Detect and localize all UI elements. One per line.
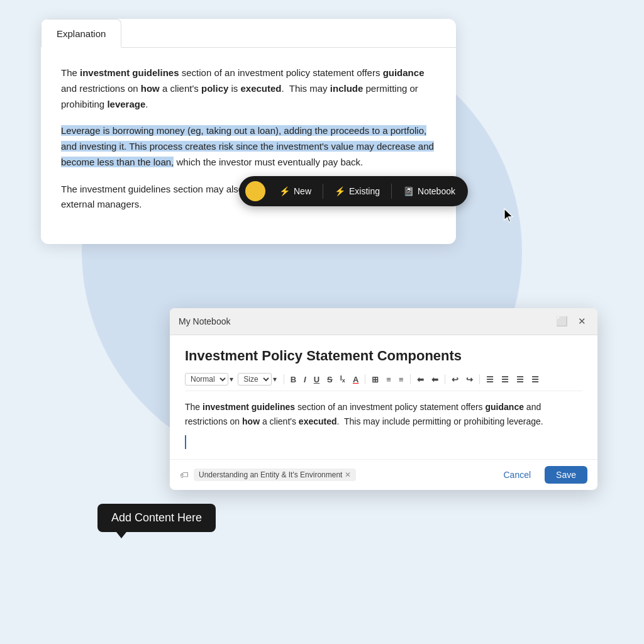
- notebook-panel: My Notebook ⬜ ✕ Investment Policy Statem…: [170, 308, 597, 490]
- divider-1: [323, 184, 323, 199]
- explanation-card: Explanation The investment guidelines se…: [41, 19, 456, 244]
- divider-2: [391, 184, 392, 199]
- notebook-button[interactable]: 📓 Notebook: [394, 182, 464, 200]
- card-content: The investment guidelines section of an …: [41, 48, 456, 244]
- notebook-icon: 📓: [403, 186, 414, 196]
- notebook-header-title: My Notebook: [179, 316, 230, 326]
- notebook-toolbar: Normal ▾ Size ▾ B I U S Ix A ⊞ ≡ ≡ ⬅ ⬅ ↩: [185, 373, 582, 391]
- tooltip-bar: ⚡ New ⚡ Existing 📓 Notebook: [239, 176, 468, 206]
- paragraph-1: The investment guidelines section of an …: [61, 65, 436, 112]
- justify-button[interactable]: ☰: [528, 374, 542, 386]
- new-button[interactable]: ⚡ New: [270, 182, 320, 200]
- mouse-cursor: [503, 208, 516, 224]
- tab-explanation[interactable]: Explanation: [41, 19, 121, 48]
- notebook-footer: 🏷 Understanding an Entity & It's Environ…: [170, 459, 597, 490]
- ordered-list-button[interactable]: ≡: [383, 374, 394, 386]
- clear-format-button[interactable]: Ix: [337, 373, 348, 385]
- cursor-line: [185, 435, 582, 449]
- tab-row: Explanation: [41, 19, 456, 48]
- notebook-header: My Notebook ⬜ ✕: [170, 308, 597, 335]
- italic-button[interactable]: I: [301, 374, 309, 386]
- strikethrough-button[interactable]: S: [324, 374, 336, 386]
- table-button[interactable]: ⊞: [369, 374, 382, 386]
- underline-button[interactable]: U: [311, 374, 323, 386]
- separator-1: [284, 374, 284, 384]
- highlighted-text: Leverage is borrowing money (eg, taking …: [61, 125, 434, 167]
- text-cursor: [185, 435, 186, 449]
- unordered-list-button[interactable]: ≡: [396, 374, 407, 386]
- separator-3: [410, 374, 411, 384]
- cancel-button[interactable]: Cancel: [496, 466, 538, 484]
- tag-chip[interactable]: Understanding an Entity & It's Environme…: [194, 469, 356, 481]
- separator-4: [445, 374, 445, 384]
- notebook-header-actions: ⬜ ✕: [553, 314, 589, 328]
- tag-area: 🏷 Understanding an Entity & It's Environ…: [180, 469, 496, 481]
- tag-remove-button[interactable]: ✕: [345, 470, 351, 479]
- tag-icon: 🏷: [180, 470, 189, 480]
- undo-button[interactable]: ↩: [448, 374, 462, 386]
- bold-button[interactable]: B: [287, 374, 299, 386]
- align-center-button[interactable]: ☰: [498, 374, 512, 386]
- align-left-button[interactable]: ☰: [483, 374, 497, 386]
- save-button[interactable]: Save: [545, 466, 587, 484]
- footer-actions: Cancel Save: [496, 466, 587, 484]
- style-dropdown-icon: ▾: [230, 375, 233, 384]
- notebook-doc-title: Investment Policy Statement Components: [185, 348, 582, 364]
- notebook-body: Investment Policy Statement Components N…: [170, 335, 597, 459]
- indent-button[interactable]: ⬅: [428, 374, 441, 386]
- lightning-icon: ⚡: [279, 186, 290, 196]
- existing-button[interactable]: ⚡ Existing: [326, 182, 389, 200]
- style-select[interactable]: Normal: [185, 373, 228, 386]
- minimize-button[interactable]: ⬜: [553, 314, 570, 328]
- size-dropdown-icon: ▾: [273, 375, 277, 384]
- separator-2: [365, 374, 365, 384]
- align-right-button[interactable]: ☰: [513, 374, 527, 386]
- outdent-button[interactable]: ⬅: [414, 374, 427, 386]
- paragraph-highlighted: Leverage is borrowing money (eg, taking …: [61, 123, 436, 170]
- separator-5: [479, 374, 480, 384]
- size-select[interactable]: Size: [238, 373, 272, 386]
- tag-label: Understanding an Entity & It's Environme…: [199, 470, 342, 479]
- close-button[interactable]: ✕: [575, 314, 589, 328]
- notebook-body-text: The investment guidelines section of an …: [185, 400, 582, 429]
- font-color-button[interactable]: A: [350, 374, 362, 386]
- add-content-tooltip: Add Content Here: [97, 504, 216, 532]
- lightning2-icon: ⚡: [335, 186, 345, 196]
- redo-button[interactable]: ↪: [463, 374, 476, 386]
- tooltip-dot: [245, 181, 265, 201]
